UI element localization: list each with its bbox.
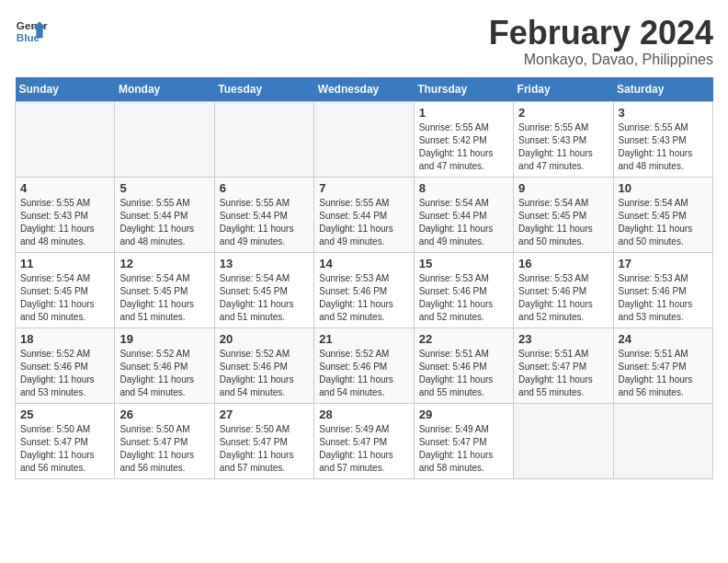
day-number: 4: [20, 181, 109, 195]
calendar-cell: 12Sunrise: 5:54 AM Sunset: 5:45 PM Dayli…: [115, 252, 214, 327]
day-number: 11: [20, 257, 109, 270]
calendar-cell: 7Sunrise: 5:55 AM Sunset: 5:44 PM Daylig…: [314, 177, 414, 252]
day-info: Sunrise: 5:53 AM Sunset: 5:46 PM Dayligh…: [419, 272, 508, 324]
day-info: Sunrise: 5:55 AM Sunset: 5:44 PM Dayligh…: [319, 197, 408, 248]
calendar-cell: [613, 403, 712, 478]
day-number: 8: [419, 181, 508, 195]
day-number: 24: [619, 332, 708, 346]
day-number: 7: [319, 181, 408, 195]
calendar-cell: 18Sunrise: 5:52 AM Sunset: 5:46 PM Dayli…: [16, 327, 115, 403]
calendar-cell: 22Sunrise: 5:51 AM Sunset: 5:46 PM Dayli…: [414, 327, 513, 403]
day-number: 16: [518, 257, 608, 270]
day-info: Sunrise: 5:55 AM Sunset: 5:42 PM Dayligh…: [419, 121, 508, 173]
day-info: Sunrise: 5:55 AM Sunset: 5:43 PM Dayligh…: [20, 197, 109, 248]
day-number: 12: [119, 257, 209, 270]
calendar-cell: 29Sunrise: 5:49 AM Sunset: 5:47 PM Dayli…: [414, 403, 513, 478]
calendar-cell: 5Sunrise: 5:55 AM Sunset: 5:44 PM Daylig…: [115, 177, 214, 252]
calendar-cell: 6Sunrise: 5:55 AM Sunset: 5:44 PM Daylig…: [214, 177, 313, 252]
calendar-cell: 13Sunrise: 5:54 AM Sunset: 5:45 PM Dayli…: [214, 252, 313, 327]
calendar-cell: 19Sunrise: 5:52 AM Sunset: 5:46 PM Dayli…: [115, 327, 214, 403]
day-info: Sunrise: 5:55 AM Sunset: 5:43 PM Dayligh…: [619, 121, 708, 173]
day-number: 6: [220, 181, 309, 195]
day-info: Sunrise: 5:53 AM Sunset: 5:46 PM Dayligh…: [619, 272, 708, 324]
calendar-cell: 1Sunrise: 5:55 AM Sunset: 5:42 PM Daylig…: [414, 101, 513, 177]
weekday-header: Thursday: [414, 77, 513, 102]
day-number: 25: [20, 408, 109, 421]
day-number: 23: [518, 332, 608, 346]
calendar-cell: [514, 403, 613, 478]
day-info: Sunrise: 5:55 AM Sunset: 5:43 PM Dayligh…: [518, 121, 608, 173]
day-number: 2: [518, 106, 608, 120]
calendar-cell: 8Sunrise: 5:54 AM Sunset: 5:44 PM Daylig…: [414, 177, 513, 252]
day-info: Sunrise: 5:51 AM Sunset: 5:47 PM Dayligh…: [619, 348, 708, 399]
day-info: Sunrise: 5:54 AM Sunset: 5:44 PM Dayligh…: [419, 197, 508, 248]
day-info: Sunrise: 5:49 AM Sunset: 5:47 PM Dayligh…: [319, 423, 408, 475]
day-number: 10: [619, 181, 708, 195]
calendar-cell: 20Sunrise: 5:52 AM Sunset: 5:46 PM Dayli…: [214, 327, 313, 403]
day-info: Sunrise: 5:54 AM Sunset: 5:45 PM Dayligh…: [119, 272, 209, 324]
day-info: Sunrise: 5:53 AM Sunset: 5:46 PM Dayligh…: [518, 272, 608, 324]
day-number: 9: [518, 181, 608, 195]
day-info: Sunrise: 5:51 AM Sunset: 5:47 PM Dayligh…: [518, 348, 608, 399]
calendar-table: SundayMondayTuesdayWednesdayThursdayFrid…: [15, 77, 713, 479]
calendar-cell: 26Sunrise: 5:50 AM Sunset: 5:47 PM Dayli…: [115, 403, 214, 478]
calendar-cell: 10Sunrise: 5:54 AM Sunset: 5:45 PM Dayli…: [613, 177, 712, 252]
day-info: Sunrise: 5:52 AM Sunset: 5:46 PM Dayligh…: [220, 348, 309, 399]
day-number: 1: [419, 106, 508, 120]
day-info: Sunrise: 5:53 AM Sunset: 5:46 PM Dayligh…: [319, 272, 408, 324]
day-info: Sunrise: 5:50 AM Sunset: 5:47 PM Dayligh…: [220, 423, 309, 475]
weekday-header: Tuesday: [214, 77, 313, 102]
day-number: 17: [619, 257, 708, 270]
calendar-cell: 15Sunrise: 5:53 AM Sunset: 5:46 PM Dayli…: [414, 252, 513, 327]
day-number: 5: [119, 181, 209, 195]
calendar-cell: [115, 101, 214, 177]
calendar-week-row: 4Sunrise: 5:55 AM Sunset: 5:43 PM Daylig…: [16, 177, 713, 252]
day-number: 28: [319, 408, 408, 421]
calendar-cell: 4Sunrise: 5:55 AM Sunset: 5:43 PM Daylig…: [16, 177, 115, 252]
day-number: 15: [419, 257, 508, 270]
calendar-cell: 24Sunrise: 5:51 AM Sunset: 5:47 PM Dayli…: [613, 327, 712, 403]
calendar-cell: 28Sunrise: 5:49 AM Sunset: 5:47 PM Dayli…: [314, 403, 414, 478]
calendar-week-row: 1Sunrise: 5:55 AM Sunset: 5:42 PM Daylig…: [16, 101, 713, 177]
day-info: Sunrise: 5:55 AM Sunset: 5:44 PM Dayligh…: [119, 197, 209, 248]
subtitle: Monkayo, Davao, Philippines: [489, 52, 713, 68]
weekday-header: Monday: [115, 77, 214, 102]
calendar-cell: 17Sunrise: 5:53 AM Sunset: 5:46 PM Dayli…: [613, 252, 712, 327]
calendar-week-row: 11Sunrise: 5:54 AM Sunset: 5:45 PM Dayli…: [16, 252, 713, 327]
day-number: 29: [419, 408, 508, 421]
page-header: General Blue February 2024 Monkayo, Dava…: [15, 15, 713, 68]
day-number: 22: [419, 332, 508, 346]
day-info: Sunrise: 5:52 AM Sunset: 5:46 PM Dayligh…: [319, 348, 408, 399]
day-number: 18: [20, 332, 109, 346]
day-info: Sunrise: 5:52 AM Sunset: 5:46 PM Dayligh…: [20, 348, 109, 399]
calendar-cell: 16Sunrise: 5:53 AM Sunset: 5:46 PM Dayli…: [514, 252, 613, 327]
weekday-header: Sunday: [16, 77, 115, 102]
calendar-cell: 3Sunrise: 5:55 AM Sunset: 5:43 PM Daylig…: [613, 101, 712, 177]
day-info: Sunrise: 5:54 AM Sunset: 5:45 PM Dayligh…: [518, 197, 608, 248]
calendar-cell: [314, 101, 414, 177]
weekday-header: Saturday: [613, 77, 712, 102]
calendar-cell: [214, 101, 313, 177]
weekday-header: Wednesday: [314, 77, 414, 102]
day-info: Sunrise: 5:54 AM Sunset: 5:45 PM Dayligh…: [220, 272, 309, 324]
day-info: Sunrise: 5:52 AM Sunset: 5:46 PM Dayligh…: [119, 348, 209, 399]
day-number: 19: [119, 332, 209, 346]
day-number: 14: [319, 257, 408, 270]
calendar-cell: 11Sunrise: 5:54 AM Sunset: 5:45 PM Dayli…: [16, 252, 115, 327]
calendar-cell: [16, 101, 115, 177]
calendar-cell: 2Sunrise: 5:55 AM Sunset: 5:43 PM Daylig…: [514, 101, 613, 177]
day-info: Sunrise: 5:50 AM Sunset: 5:47 PM Dayligh…: [119, 423, 209, 475]
calendar-cell: 27Sunrise: 5:50 AM Sunset: 5:47 PM Dayli…: [214, 403, 313, 478]
day-number: 3: [619, 106, 708, 120]
day-number: 26: [119, 408, 209, 421]
main-title: February 2024: [489, 15, 713, 52]
calendar-cell: 14Sunrise: 5:53 AM Sunset: 5:46 PM Dayli…: [314, 252, 414, 327]
logo-icon: General Blue: [15, 15, 48, 48]
calendar-cell: 23Sunrise: 5:51 AM Sunset: 5:47 PM Dayli…: [514, 327, 613, 403]
title-block: February 2024 Monkayo, Davao, Philippine…: [489, 15, 713, 68]
day-number: 13: [220, 257, 309, 270]
day-number: 27: [220, 408, 309, 421]
logo: General Blue: [15, 15, 48, 48]
day-number: 20: [220, 332, 309, 346]
calendar-week-row: 25Sunrise: 5:50 AM Sunset: 5:47 PM Dayli…: [16, 403, 713, 478]
